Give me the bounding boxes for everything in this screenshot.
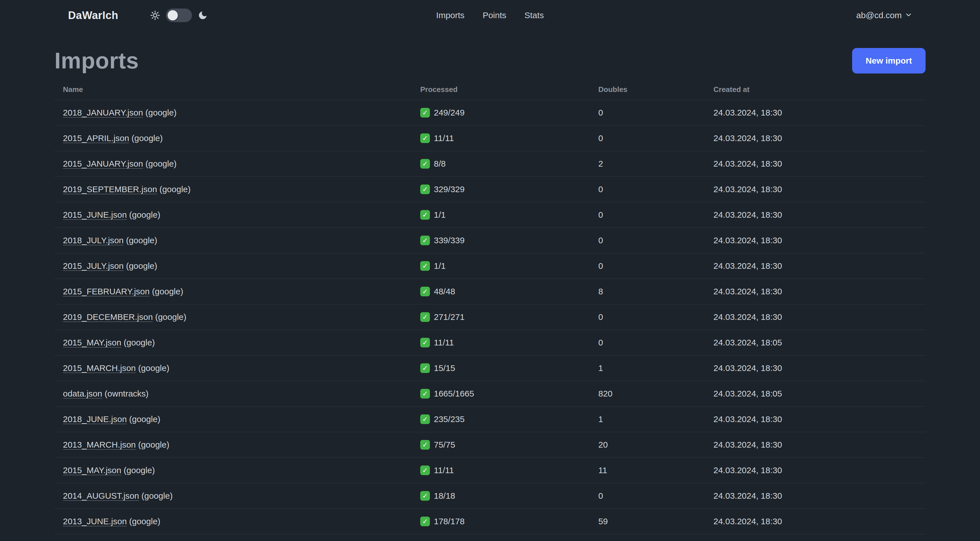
import-file-link[interactable]: 2019_SEPTEMBER.json xyxy=(63,185,157,194)
import-file-link[interactable]: 2015_MARCH.json xyxy=(63,363,136,373)
import-source-label: (google) xyxy=(129,210,160,219)
import-source-label: (google) xyxy=(159,185,191,194)
import-file-link[interactable]: 2015_APRIL.json xyxy=(63,133,129,143)
processed-cell: ✓ 11/11 xyxy=(412,466,590,475)
doubles-count: 0 xyxy=(590,210,705,220)
processed-cell: ✓ 235/235 xyxy=(412,414,590,424)
import-source-label: (google) xyxy=(138,440,169,449)
table-row: odata.json (owntracks) ✓ 1665/1665 820 2… xyxy=(54,381,926,407)
success-check-icon: ✓ xyxy=(420,466,430,475)
processed-cell: ✓ 178/178 xyxy=(412,517,590,526)
success-check-icon: ✓ xyxy=(420,108,430,118)
app-logo[interactable]: DaWarIch xyxy=(68,10,118,22)
import-file-link[interactable]: 2019_DECEMBER.json xyxy=(63,312,153,322)
name-cell: 2019_SEPTEMBER.json (google) xyxy=(54,185,412,194)
import-file-link[interactable]: 2018_JANUARY.json xyxy=(63,108,143,117)
success-check-icon: ✓ xyxy=(420,363,430,373)
created-at: 24.03.2024, 18:30 xyxy=(705,466,926,475)
processed-cell: ✓ 11/11 xyxy=(412,133,590,143)
new-import-button[interactable]: New import xyxy=(852,48,926,73)
success-check-icon: ✓ xyxy=(420,389,430,399)
name-cell: 2019_DECEMBER.json (google) xyxy=(54,312,412,322)
import-file-link[interactable]: 2014_AUGUST.json xyxy=(63,491,139,500)
processed-count: 1/1 xyxy=(434,210,446,220)
created-at: 24.03.2024, 18:30 xyxy=(705,159,926,169)
doubles-count: 0 xyxy=(590,133,705,143)
sun-icon xyxy=(150,10,160,21)
import-source-label: (google) xyxy=(142,491,173,500)
import-file-link[interactable]: 2015_JUNE.json xyxy=(63,210,127,219)
processed-cell: ✓ 1665/1665 xyxy=(412,389,590,399)
processed-count: 1665/1665 xyxy=(434,389,474,399)
import-source-label: (google) xyxy=(126,261,157,270)
created-at: 24.03.2024, 18:30 xyxy=(705,517,926,526)
processed-count: 329/329 xyxy=(434,185,465,194)
import-source-label: (google) xyxy=(129,517,160,526)
processed-cell: ✓ 339/339 xyxy=(412,236,590,245)
doubles-count: 820 xyxy=(590,389,705,399)
doubles-count: 1 xyxy=(590,363,705,373)
nav-stats[interactable]: Stats xyxy=(525,11,544,20)
column-header-created-at: Created at xyxy=(705,85,926,94)
table-row: 2018_JUNE.json (google) ✓ 235/235 1 24.0… xyxy=(54,407,926,432)
created-at: 24.03.2024, 18:30 xyxy=(705,312,926,322)
table-row: 2015_JULY.json (google) ✓ 1/1 0 24.03.20… xyxy=(54,254,926,279)
app-header: DaWarIch Imports Points Stats ab@cd.com xyxy=(0,0,980,31)
user-menu[interactable]: ab@cd.com xyxy=(856,11,912,20)
name-cell: 2015_JANUARY.json (google) xyxy=(54,159,412,169)
import-source-label: (google) xyxy=(155,312,186,322)
processed-cell: ✓ 249/249 xyxy=(412,108,590,118)
column-header-doubles: Doubles xyxy=(590,85,705,94)
import-file-link[interactable]: 2018_JULY.json xyxy=(63,236,124,245)
processed-cell: ✓ 1/1 xyxy=(412,210,590,220)
import-source-label: (google) xyxy=(138,363,169,373)
success-check-icon: ✓ xyxy=(420,185,430,194)
name-cell: 2018_JUNE.json (google) xyxy=(54,414,412,424)
table-row: 2015_MAY.json (google) ✓ 11/11 11 24.03.… xyxy=(54,458,926,484)
created-at: 24.03.2024, 18:30 xyxy=(705,236,926,245)
name-cell: 2015_MAY.json (google) xyxy=(54,466,412,475)
table-row: 2015_MAY.json (google) ✓ 11/11 0 24.03.2… xyxy=(54,330,926,356)
created-at: 24.03.2024, 18:05 xyxy=(705,389,926,399)
processed-count: 249/249 xyxy=(434,108,465,118)
success-check-icon: ✓ xyxy=(420,236,430,245)
doubles-count: 0 xyxy=(590,185,705,194)
import-file-link[interactable]: 2015_JANUARY.json xyxy=(63,159,143,168)
import-file-link[interactable]: 2013_JUNE.json xyxy=(63,517,127,526)
success-check-icon: ✓ xyxy=(420,159,430,169)
doubles-count: 2 xyxy=(590,159,705,169)
table-row: 2013_JUNE.json (google) ✓ 178/178 59 24.… xyxy=(54,509,926,535)
success-check-icon: ✓ xyxy=(420,440,430,450)
created-at: 24.03.2024, 18:30 xyxy=(705,185,926,194)
page-head: Imports New import xyxy=(54,48,926,74)
processed-cell: ✓ 75/75 xyxy=(412,440,590,450)
user-email: ab@cd.com xyxy=(856,11,902,20)
nav-points[interactable]: Points xyxy=(483,11,506,20)
name-cell: 2015_JUNE.json (google) xyxy=(54,210,412,220)
import-source-label: (google) xyxy=(152,287,183,296)
import-source-label: (google) xyxy=(145,108,177,117)
doubles-count: 8 xyxy=(590,287,705,296)
import-file-link[interactable]: 2013_MARCH.json xyxy=(63,440,136,449)
table-row: 2014_AUGUST.json (google) ✓ 18/18 0 24.0… xyxy=(54,484,926,509)
import-file-link[interactable]: 2015_MAY.json xyxy=(63,338,121,347)
import-file-link[interactable]: 2015_MAY.json xyxy=(63,466,121,475)
import-file-link[interactable]: 2018_JUNE.json xyxy=(63,414,127,424)
success-check-icon: ✓ xyxy=(420,287,430,296)
import-file-link[interactable]: 2015_JULY.json xyxy=(63,261,124,270)
nav-imports[interactable]: Imports xyxy=(436,11,465,20)
theme-toggle-knob xyxy=(168,10,178,21)
success-check-icon: ✓ xyxy=(420,133,430,143)
import-file-link[interactable]: 2015_FEBRUARY.json xyxy=(63,287,150,296)
processed-count: 178/178 xyxy=(434,517,465,526)
name-cell: 2015_FEBRUARY.json (google) xyxy=(54,287,412,296)
import-file-link[interactable]: odata.json xyxy=(63,389,102,398)
theme-switcher xyxy=(150,8,208,22)
success-check-icon: ✓ xyxy=(420,338,430,348)
created-at: 24.03.2024, 18:30 xyxy=(705,210,926,220)
table-row: 2019_SEPTEMBER.json (google) ✓ 329/329 0… xyxy=(54,177,926,203)
theme-toggle[interactable] xyxy=(166,8,192,22)
success-check-icon: ✓ xyxy=(420,414,430,424)
table-row: 2013_MARCH.json (google) ✓ 75/75 20 24.0… xyxy=(54,432,926,458)
name-cell: 2015_MAY.json (google) xyxy=(54,338,412,348)
